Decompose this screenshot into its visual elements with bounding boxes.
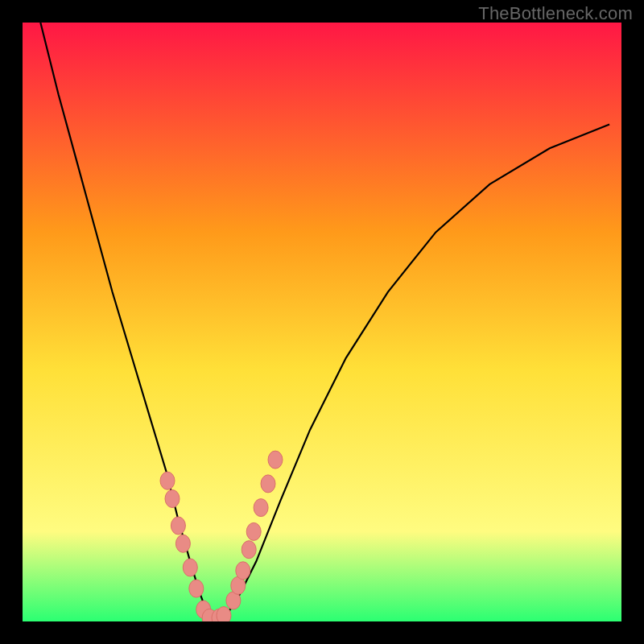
marker-point: [217, 607, 231, 621]
marker-point: [175, 535, 190, 552]
marker-point: [246, 522, 261, 540]
marker-point: [261, 475, 275, 493]
marker-point: [183, 559, 197, 576]
marker-point: [236, 562, 250, 580]
marker-point: [171, 517, 185, 535]
gradient-background: [23, 23, 621, 621]
marker-point: [254, 499, 268, 517]
plot-area: [23, 23, 621, 621]
marker-point: [268, 451, 283, 469]
watermark-text: TheBottleneck.com: [478, 3, 633, 24]
marker-point: [242, 541, 256, 559]
outer-frame: TheBottleneck.com: [0, 0, 644, 644]
marker-point: [189, 580, 204, 597]
plot-svg: [23, 23, 621, 621]
marker-point: [165, 490, 180, 508]
marker-point: [160, 472, 175, 489]
